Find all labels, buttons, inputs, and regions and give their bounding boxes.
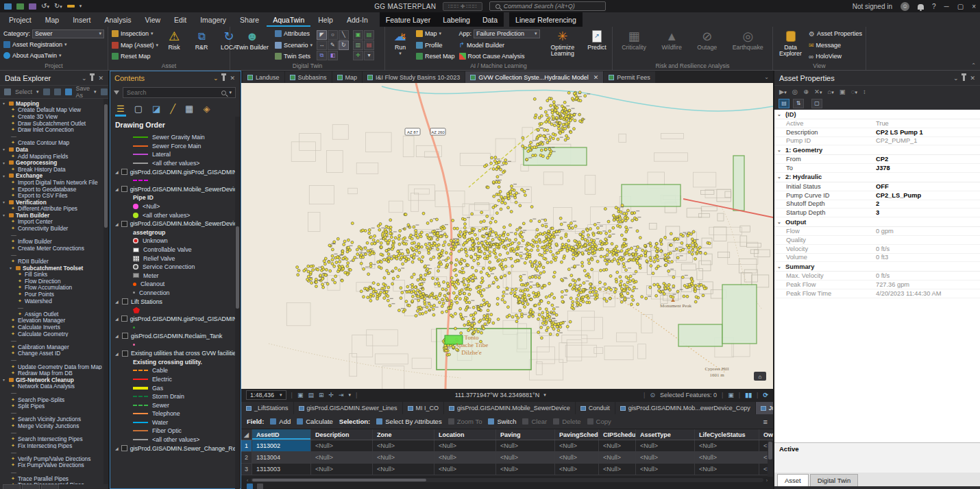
legend-layer[interactable]: ◢gisProd.GISADMIN.Mobile_SewerDevice xyxy=(115,219,240,228)
export-icon[interactable]: ↕ xyxy=(863,88,866,95)
cell-assetid[interactable]: 1313002 xyxy=(252,440,311,451)
earthquake-button[interactable]: ◎Earthquake xyxy=(731,28,765,62)
contextual-tab-feature-layer[interactable]: Feature Layer xyxy=(380,12,437,27)
cell-null[interactable]: <Null> xyxy=(599,452,636,463)
property-value[interactable]: True xyxy=(876,120,980,127)
tree-section[interactable]: ▾Verification xyxy=(3,199,108,206)
save-project-icon[interactable] xyxy=(4,3,12,10)
property-value[interactable]: OFF xyxy=(876,183,980,190)
tree-item[interactable]: ✦Elevation Manager xyxy=(3,318,108,324)
column-header-paving[interactable]: Paving xyxy=(496,429,555,440)
ribbon-tab-share[interactable]: Share xyxy=(234,12,265,27)
ribbon-tab-imagery[interactable]: Imagery xyxy=(194,12,232,27)
about-aquatwin-button[interactable]: About AquaTwin▾ xyxy=(3,51,104,60)
asset-properties-button[interactable]: ⚙Asset Properties xyxy=(809,29,862,38)
tree-item[interactable]: ✦Flow Direction xyxy=(3,278,108,285)
tree-item[interactable]: ✦RDII Builder xyxy=(3,258,108,265)
tree-item[interactable]: ✦Create Default Map View xyxy=(3,107,108,114)
pin-icon[interactable] xyxy=(223,75,225,81)
legend-layer[interactable]: ◢gisProd.GISADMIN.gisProd_GISADMIN ... xyxy=(115,167,240,176)
copy-button[interactable]: Copy xyxy=(587,418,611,425)
property-row[interactable]: DescriptionCP2 LS Pump 1 xyxy=(774,128,980,137)
tree-item[interactable]: ✦Inflow Builder xyxy=(3,238,108,245)
map-tab[interactable]: Landuse xyxy=(243,71,284,83)
measure-icon[interactable] xyxy=(67,5,75,8)
tree-item[interactable]: ✦Draw Subcatchment Outlet xyxy=(3,120,108,127)
ribbon-collapse-chevron[interactable]: ⌃ xyxy=(971,62,976,69)
tree-item[interactable]: ✦Assign Outlet xyxy=(3,311,108,318)
cell-null[interactable]: <Null> xyxy=(599,464,636,475)
root-cause-button[interactable]: Root Cause Analysis xyxy=(459,51,540,61)
map-tab[interactable]: I&I Flow Study Basins 10-2023 xyxy=(363,71,465,83)
tree-item[interactable]: ✦Fix Pump/Valve Directions xyxy=(3,462,108,469)
predict-button[interactable]: ↗Predict xyxy=(585,28,609,62)
cell-null[interactable]: <Null> xyxy=(311,452,373,463)
row-number[interactable]: 2 xyxy=(241,452,252,463)
cell-assetid[interactable]: 1313003 xyxy=(252,464,311,475)
tree-item[interactable]: ✦Import Digital Twin Network File xyxy=(3,179,108,186)
maximize-button[interactable]: ▢ xyxy=(957,3,964,10)
property-row[interactable]: FromCP2 xyxy=(774,155,980,164)
property-section[interactable]: ⌄1: Geometry xyxy=(774,145,980,155)
selection-tab-icon[interactable]: ◪ xyxy=(151,103,162,115)
property-value[interactable]: CP2 xyxy=(876,156,980,163)
property-section[interactable]: ⌄(ID) xyxy=(774,110,980,119)
contextual-tab-labeling[interactable]: Labeling xyxy=(437,12,476,27)
reset-map-button[interactable]: Reset Map xyxy=(112,51,158,61)
tree-section[interactable]: ▾Geoprocessing xyxy=(3,159,108,166)
save-icon[interactable] xyxy=(65,88,72,95)
table-mode2-icon[interactable] xyxy=(257,484,263,489)
tree-item[interactable]: ✦Calculate Geometry xyxy=(3,331,108,337)
criticality-button[interactable]: ▦Criticality xyxy=(620,28,648,62)
tree-item[interactable]: ✦Draw Inlet Connection xyxy=(3,126,108,133)
twin-builder-button[interactable]: ☻Twin Builder xyxy=(234,28,271,62)
tree-section[interactable]: ▾GIS-Network Cleanup xyxy=(3,377,108,383)
legend-layer[interactable]: ◢gisProd.GISADMIN.Mobile_SewerDevic... xyxy=(115,185,240,194)
cell-null[interactable]: <Null> xyxy=(555,440,599,451)
tree-item[interactable]: ✦Create Meter Connections xyxy=(3,245,108,252)
redo-icon[interactable]: ↻▾ xyxy=(54,3,62,10)
tree-item[interactable]: ✦Merge Vicinity Junctions xyxy=(3,422,108,429)
property-row[interactable]: Peak Flow727.36 gpm xyxy=(774,281,980,289)
property-row[interactable]: Pump Curve IDCP2_LS_Pump xyxy=(774,191,980,200)
holoview-button[interactable]: ∞HoloView xyxy=(809,51,862,61)
lock-icon[interactable]: ▣ xyxy=(728,392,734,398)
nav-tool-icon[interactable]: ⇥ xyxy=(339,392,344,398)
avatar[interactable]: ☺ xyxy=(901,2,909,11)
app-select[interactable]: Failure Prediction▾ xyxy=(474,29,539,38)
layer-checkbox[interactable] xyxy=(121,445,127,451)
selected-features-count[interactable]: Selected Features: 0 xyxy=(660,392,717,398)
panel-menu-chevron[interactable]: ⌄ xyxy=(213,75,219,82)
switch-button[interactable]: Switch xyxy=(488,418,516,425)
ribbon-tab-aquatwin[interactable]: AquaTwin xyxy=(267,12,310,27)
cell-null[interactable]: <Null> xyxy=(695,440,759,451)
pin-icon[interactable] xyxy=(91,75,93,81)
legend-layer[interactable]: ◢gisProd.GISADMIN.gisProd_GISADMIN ... xyxy=(115,314,240,323)
message-button[interactable]: ✉Message xyxy=(809,40,862,50)
cell-null[interactable]: <Null> xyxy=(311,464,373,475)
table-row[interactable]: 11313002<Null><Null><Null><Null><Null><N… xyxy=(241,440,773,452)
link-tool-icon[interactable]: ⧉ xyxy=(317,51,327,60)
map-coordinates[interactable]: 111.3771947°W 34.2349881°N▾ xyxy=(455,392,546,398)
history-icon[interactable]: ◌▾ xyxy=(851,88,857,95)
minimize-button[interactable]: ─ xyxy=(944,3,949,10)
close-panel-icon[interactable]: ✕ xyxy=(230,75,235,82)
flash-tool-icon[interactable]: ▣ xyxy=(297,392,304,398)
pointer-tool-icon[interactable]: ▶▾ xyxy=(779,88,787,95)
asset-registration-button[interactable]: Asset Registration▾ xyxy=(3,40,104,49)
calculate-button[interactable]: Calculate xyxy=(297,418,333,425)
optimize-learning-button[interactable]: ✳Optimize Learning xyxy=(544,28,581,62)
layer-checkbox[interactable] xyxy=(122,350,128,357)
property-row[interactable]: ActiveTrue xyxy=(774,119,980,128)
rotate-tool-icon[interactable]: ↻ xyxy=(339,40,349,50)
column-header-description[interactable]: Description xyxy=(311,429,373,440)
select-tool-icon[interactable] xyxy=(4,88,11,95)
property-row[interactable]: Initial StatusOFF xyxy=(774,182,980,191)
circle-tool-icon[interactable]: ○ xyxy=(328,30,338,40)
tree-item[interactable]: ✦Pour Points xyxy=(3,291,108,298)
close-tab-icon[interactable]: ✕ xyxy=(593,74,599,81)
attributes-button[interactable]: Attributes xyxy=(275,29,313,38)
ribbon-tab-project[interactable]: Project xyxy=(3,12,38,27)
table-row[interactable]: 31313003<Null><Null><Null><Null><Null><N… xyxy=(241,464,773,475)
cell-null[interactable]: <Null> xyxy=(373,452,434,463)
